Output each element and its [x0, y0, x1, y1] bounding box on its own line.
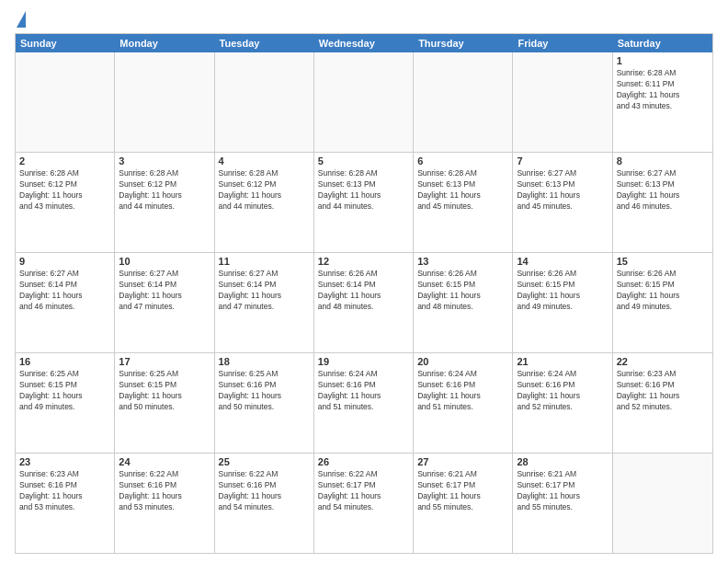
logo [15, 11, 26, 28]
day-number: 25 [219, 456, 310, 467]
calendar-cell [513, 52, 612, 152]
calendar-week-3: 9Sunrise: 6:27 AM Sunset: 6:14 PM Daylig… [16, 253, 712, 353]
sun-info: Sunrise: 6:26 AM Sunset: 6:15 PM Dayligh… [517, 269, 608, 313]
day-number: 15 [617, 256, 709, 267]
cal-header-day-wednesday: Wednesday [314, 34, 414, 52]
day-number: 1 [617, 55, 709, 66]
calendar-cell: 2Sunrise: 6:28 AM Sunset: 6:12 PM Daylig… [16, 153, 115, 252]
calendar-cell: 17Sunrise: 6:25 AM Sunset: 6:15 PM Dayli… [115, 353, 214, 453]
day-number: 21 [517, 356, 608, 367]
cal-header-day-friday: Friday [513, 34, 612, 52]
day-number: 24 [119, 456, 210, 467]
day-number: 12 [318, 256, 409, 267]
sun-info: Sunrise: 6:26 AM Sunset: 6:14 PM Dayligh… [318, 269, 409, 313]
calendar-cell: 25Sunrise: 6:22 AM Sunset: 6:16 PM Dayli… [215, 454, 314, 553]
day-number: 26 [318, 456, 409, 467]
sun-info: Sunrise: 6:28 AM Sunset: 6:12 PM Dayligh… [119, 168, 210, 213]
day-number: 23 [19, 456, 110, 467]
day-number: 22 [617, 356, 709, 367]
sun-info: Sunrise: 6:21 AM Sunset: 6:17 PM Dayligh… [417, 469, 508, 513]
day-number: 5 [318, 155, 409, 167]
sun-info: Sunrise: 6:27 AM Sunset: 6:14 PM Dayligh… [219, 269, 310, 313]
calendar-cell: 10Sunrise: 6:27 AM Sunset: 6:14 PM Dayli… [115, 253, 214, 352]
calendar-header: SundayMondayTuesdayWednesdayThursdayFrid… [16, 34, 712, 52]
calendar-cell: 7Sunrise: 6:27 AM Sunset: 6:13 PM Daylig… [513, 153, 612, 252]
day-number: 2 [19, 155, 110, 167]
sun-info: Sunrise: 6:27 AM Sunset: 6:13 PM Dayligh… [517, 168, 608, 213]
sun-info: Sunrise: 6:26 AM Sunset: 6:15 PM Dayligh… [417, 269, 508, 313]
calendar-cell: 6Sunrise: 6:28 AM Sunset: 6:13 PM Daylig… [414, 153, 513, 252]
calendar-cell: 23Sunrise: 6:23 AM Sunset: 6:16 PM Dayli… [16, 454, 115, 553]
sun-info: Sunrise: 6:26 AM Sunset: 6:15 PM Dayligh… [617, 269, 709, 313]
calendar-cell: 8Sunrise: 6:27 AM Sunset: 6:13 PM Daylig… [613, 153, 712, 252]
day-number: 27 [417, 456, 508, 467]
calendar-cell: 13Sunrise: 6:26 AM Sunset: 6:15 PM Dayli… [414, 253, 513, 352]
cal-header-day-monday: Monday [115, 34, 214, 52]
calendar-week-4: 16Sunrise: 6:25 AM Sunset: 6:15 PM Dayli… [16, 353, 712, 454]
calendar-cell: 11Sunrise: 6:27 AM Sunset: 6:14 PM Dayli… [215, 253, 314, 352]
calendar-cell: 3Sunrise: 6:28 AM Sunset: 6:12 PM Daylig… [115, 153, 214, 252]
calendar-cell: 22Sunrise: 6:23 AM Sunset: 6:16 PM Dayli… [613, 353, 712, 453]
calendar-cell: 5Sunrise: 6:28 AM Sunset: 6:13 PM Daylig… [314, 153, 414, 252]
sun-info: Sunrise: 6:25 AM Sunset: 6:15 PM Dayligh… [119, 369, 210, 413]
calendar-cell: 15Sunrise: 6:26 AM Sunset: 6:15 PM Dayli… [613, 253, 712, 352]
day-number: 28 [517, 456, 608, 467]
sun-info: Sunrise: 6:28 AM Sunset: 6:11 PM Dayligh… [617, 68, 709, 112]
day-number: 10 [119, 256, 210, 267]
calendar-cell: 27Sunrise: 6:21 AM Sunset: 6:17 PM Dayli… [414, 454, 513, 553]
sun-info: Sunrise: 6:24 AM Sunset: 6:16 PM Dayligh… [517, 369, 608, 413]
sun-info: Sunrise: 6:22 AM Sunset: 6:17 PM Dayligh… [318, 469, 409, 513]
day-number: 9 [19, 256, 110, 267]
calendar-cell: 19Sunrise: 6:24 AM Sunset: 6:16 PM Dayli… [314, 353, 414, 453]
calendar-week-5: 23Sunrise: 6:23 AM Sunset: 6:16 PM Dayli… [16, 454, 712, 553]
calendar-week-1: 1Sunrise: 6:28 AM Sunset: 6:11 PM Daylig… [16, 52, 712, 153]
calendar-cell [115, 52, 214, 152]
calendar-cell: 16Sunrise: 6:25 AM Sunset: 6:15 PM Dayli… [16, 353, 115, 453]
logo-triangle-icon [17, 11, 26, 28]
day-number: 11 [219, 256, 310, 267]
calendar-cell: 24Sunrise: 6:22 AM Sunset: 6:16 PM Dayli… [115, 454, 214, 553]
day-number: 3 [119, 155, 210, 167]
calendar-cell [613, 454, 712, 553]
sun-info: Sunrise: 6:21 AM Sunset: 6:17 PM Dayligh… [517, 469, 608, 513]
day-number: 6 [417, 155, 508, 167]
calendar: SundayMondayTuesdayWednesdayThursdayFrid… [15, 33, 713, 554]
sun-info: Sunrise: 6:28 AM Sunset: 6:13 PM Dayligh… [417, 168, 508, 213]
sun-info: Sunrise: 6:22 AM Sunset: 6:16 PM Dayligh… [119, 469, 210, 513]
day-number: 14 [517, 256, 608, 267]
day-number: 17 [119, 356, 210, 367]
sun-info: Sunrise: 6:27 AM Sunset: 6:14 PM Dayligh… [19, 269, 110, 313]
sun-info: Sunrise: 6:23 AM Sunset: 6:16 PM Dayligh… [617, 369, 709, 413]
sun-info: Sunrise: 6:27 AM Sunset: 6:14 PM Dayligh… [119, 269, 210, 313]
sun-info: Sunrise: 6:27 AM Sunset: 6:13 PM Dayligh… [617, 168, 709, 213]
sun-info: Sunrise: 6:28 AM Sunset: 6:12 PM Dayligh… [219, 168, 310, 213]
calendar-cell [314, 52, 414, 152]
sun-info: Sunrise: 6:24 AM Sunset: 6:16 PM Dayligh… [318, 369, 409, 413]
calendar-body: 1Sunrise: 6:28 AM Sunset: 6:11 PM Daylig… [16, 52, 712, 553]
calendar-cell [215, 52, 314, 152]
sun-info: Sunrise: 6:25 AM Sunset: 6:16 PM Dayligh… [219, 369, 310, 413]
header [15, 11, 713, 28]
cal-header-day-saturday: Saturday [613, 34, 712, 52]
sun-info: Sunrise: 6:28 AM Sunset: 6:13 PM Dayligh… [318, 168, 409, 213]
day-number: 4 [219, 155, 310, 167]
calendar-cell: 20Sunrise: 6:24 AM Sunset: 6:16 PM Dayli… [414, 353, 513, 453]
day-number: 16 [19, 356, 110, 367]
calendar-cell: 18Sunrise: 6:25 AM Sunset: 6:16 PM Dayli… [215, 353, 314, 453]
sun-info: Sunrise: 6:28 AM Sunset: 6:12 PM Dayligh… [19, 168, 110, 213]
calendar-week-2: 2Sunrise: 6:28 AM Sunset: 6:12 PM Daylig… [16, 153, 712, 253]
page: SundayMondayTuesdayWednesdayThursdayFrid… [0, 0, 728, 563]
sun-info: Sunrise: 6:24 AM Sunset: 6:16 PM Dayligh… [417, 369, 508, 413]
day-number: 7 [517, 155, 608, 167]
day-number: 19 [318, 356, 409, 367]
day-number: 13 [417, 256, 508, 267]
cal-header-day-sunday: Sunday [16, 34, 115, 52]
calendar-cell: 26Sunrise: 6:22 AM Sunset: 6:17 PM Dayli… [314, 454, 414, 553]
sun-info: Sunrise: 6:23 AM Sunset: 6:16 PM Dayligh… [19, 469, 110, 513]
calendar-cell: 14Sunrise: 6:26 AM Sunset: 6:15 PM Dayli… [513, 253, 612, 352]
calendar-cell [414, 52, 513, 152]
day-number: 20 [417, 356, 508, 367]
calendar-cell: 12Sunrise: 6:26 AM Sunset: 6:14 PM Dayli… [314, 253, 414, 352]
calendar-cell: 4Sunrise: 6:28 AM Sunset: 6:12 PM Daylig… [215, 153, 314, 252]
calendar-cell: 1Sunrise: 6:28 AM Sunset: 6:11 PM Daylig… [613, 52, 712, 152]
